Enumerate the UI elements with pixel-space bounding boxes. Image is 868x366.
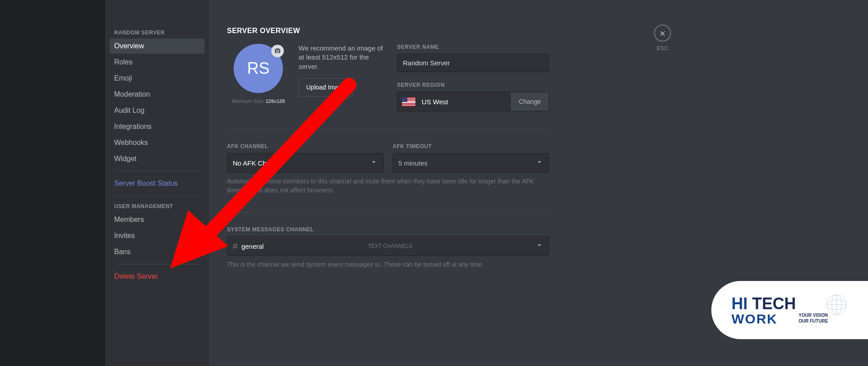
sidebar-separator (114, 264, 200, 264)
sidebar-item-bans[interactable]: Bans (110, 244, 205, 260)
page-title: SERVER OVERVIEW (227, 27, 671, 35)
server-avatar[interactable]: RS (234, 44, 283, 93)
settings-sidebar: RANDOM SERVER Overview Roles Emoji Moder… (105, 0, 209, 366)
sidebar-item-members[interactable]: Members (110, 212, 205, 227)
system-messages-select[interactable]: # general TEXT CHANNELS (227, 236, 549, 256)
sidebar-item-delete-server[interactable]: Delete Server (110, 269, 205, 284)
hash-icon: # (233, 241, 238, 251)
server-region-value: US West (422, 98, 511, 106)
server-avatar-initials: RS (247, 59, 269, 78)
afk-channel-select[interactable]: No AFK Channel (227, 153, 384, 173)
watermark-logo: HI TECH WORK YOUR VISION OUR FUTURE (711, 281, 868, 339)
afk-help-text: Automatically move members to this chann… (227, 177, 549, 195)
sidebar-item-webhooks[interactable]: Webhooks (110, 135, 205, 150)
chevron-down-icon (370, 158, 378, 168)
afk-channel-label: AFK CHANNEL (227, 143, 384, 149)
svg-text:HI: HI (731, 294, 748, 313)
server-region-label: SERVER REGION (397, 82, 549, 88)
upload-image-button[interactable]: Upload Image (299, 78, 353, 97)
sidebar-item-invites[interactable]: Invites (110, 228, 205, 243)
sidebar-separator (114, 196, 200, 196)
close-icon (659, 30, 666, 37)
upload-image-icon[interactable] (271, 45, 284, 57)
svg-text:YOUR VISION: YOUR VISION (799, 313, 828, 318)
minimum-size-note: Minimum Size: 128x128 (227, 98, 290, 104)
esc-label: ESC (654, 45, 671, 51)
system-messages-suffix: TEXT CHANNELS (368, 243, 412, 249)
settings-content: SERVER OVERVIEW RS Minimum Size: 128x128… (209, 0, 689, 366)
server-region-row: US West Change (397, 92, 549, 111)
section-divider (227, 129, 549, 130)
server-name-input[interactable] (397, 54, 549, 72)
sidebar-item-moderation[interactable]: Moderation (110, 87, 205, 102)
sidebar-item-roles[interactable]: Roles (110, 55, 205, 70)
recommend-text: We recommend an image of at least 512x51… (299, 44, 388, 71)
chevron-down-icon (535, 158, 543, 168)
sidebar-item-widget[interactable]: Widget (110, 151, 205, 166)
us-flag-icon (402, 97, 415, 106)
svg-text:TECH: TECH (752, 294, 796, 313)
section-divider (227, 213, 549, 213)
server-name-label: SERVER NAME (397, 44, 549, 50)
sidebar-header-server: RANDOM SERVER (110, 27, 205, 38)
sidebar-header-user-management: USER MANAGEMENT (110, 200, 205, 212)
system-messages-label: SYSTEM MESSAGES CHANNEL (227, 226, 671, 233)
afk-timeout-value: 5 minutes (398, 159, 535, 167)
system-help-text: This is the channel we send system event… (227, 260, 549, 269)
afk-channel-value: No AFK Channel (233, 159, 370, 167)
sidebar-separator (114, 171, 200, 171)
svg-text:WORK: WORK (731, 311, 778, 326)
afk-timeout-select[interactable]: 5 minutes (393, 153, 549, 173)
sidebar-item-server-boost[interactable]: Server Boost Status (110, 176, 205, 191)
sidebar-item-audit-log[interactable]: Audit Log (110, 103, 205, 118)
svg-text:OUR FUTURE: OUR FUTURE (799, 319, 828, 323)
sidebar-item-overview[interactable]: Overview (110, 38, 205, 54)
close-button[interactable] (654, 25, 671, 42)
sidebar-item-integrations[interactable]: Integrations (110, 119, 205, 134)
change-region-button[interactable]: Change (511, 92, 549, 111)
chevron-down-icon (535, 241, 543, 251)
left-gutter (0, 0, 105, 366)
system-messages-value: general (241, 243, 364, 250)
afk-timeout-label: AFK TIMEOUT (393, 143, 549, 149)
sidebar-item-emoji[interactable]: Emoji (110, 71, 205, 86)
